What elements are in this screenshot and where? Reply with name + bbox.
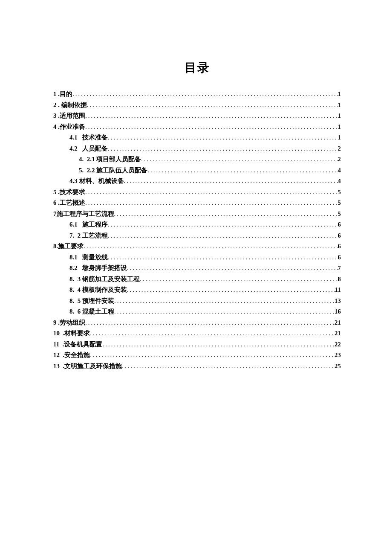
dot-leader: [90, 350, 334, 361]
entry-text: 目的: [60, 89, 72, 100]
entry-text: 3 钢筋加工及安装工程: [78, 274, 140, 285]
dot-leader: [122, 361, 334, 372]
entry-number: 7: [53, 209, 57, 220]
entry-separator: .: [59, 339, 64, 350]
entry-separator: [74, 230, 78, 241]
entry-text: 2.2 施工队伍人员配备: [87, 165, 148, 176]
toc-entry: 4 .作业准备1: [53, 122, 341, 133]
entry-number: 10: [53, 328, 60, 339]
entry-page: 6: [338, 241, 341, 252]
entry-text: 2.1 项目部人员配备: [87, 154, 141, 165]
entry-number: 4.3: [69, 176, 78, 187]
entry-separator: .: [60, 361, 64, 372]
entry-separator: .: [60, 328, 64, 339]
dot-leader: [85, 317, 334, 328]
toc-entry: 8.施工要求 6: [53, 241, 341, 252]
entry-text: 人员配备: [82, 143, 108, 154]
dot-leader: [85, 110, 338, 122]
entry-text: 安全措施: [64, 350, 90, 361]
entry-page: 11: [335, 285, 341, 296]
toc-entry: 7 施工程序与工艺流程 5: [53, 209, 341, 220]
dot-leader: [85, 198, 338, 209]
entry-page: 13: [334, 296, 341, 307]
entry-page: 21: [334, 317, 341, 328]
entry-text: 技术要求: [60, 187, 85, 198]
entry-page: 4: [338, 165, 341, 176]
entry-separator: [78, 132, 82, 143]
dot-leader: [85, 187, 338, 198]
entry-separator: [78, 252, 82, 263]
entry-separator: [78, 263, 82, 274]
dot-leader: [114, 296, 334, 307]
dot-leader: [114, 306, 334, 317]
toc-title: 目录: [53, 60, 341, 76]
entry-separator: [74, 306, 78, 317]
entry-page: 5: [338, 198, 341, 209]
toc-entry: 4.3 材料、机械设备 4: [53, 176, 341, 187]
toc-entry: 4.2 人员配备2: [53, 143, 341, 154]
entry-page: 21: [334, 328, 341, 339]
dot-leader: [102, 339, 334, 350]
toc-entry: 4.1 技术准备1: [53, 132, 341, 143]
toc-entry: 4. 2.1 项目部人员配备2: [53, 154, 341, 165]
entry-separator: .: [57, 100, 61, 111]
entry-page: 1: [338, 100, 341, 111]
entry-text: 适用范围: [60, 110, 85, 122]
entry-separator: .: [57, 89, 60, 100]
entry-separator: [74, 274, 78, 285]
dot-leader: [85, 122, 338, 133]
entry-number: 3: [53, 110, 57, 122]
entry-text: 劳动组织: [60, 317, 85, 328]
toc-entry: 3 .适用范围1: [53, 110, 341, 122]
toc-entry: 8. 5 预埋件安装 13: [53, 296, 341, 307]
dot-leader: [140, 274, 338, 285]
entry-page: 23: [334, 350, 341, 361]
entry-number: 1: [53, 89, 57, 100]
entry-text: 施工要求: [58, 241, 84, 252]
entry-text: 墩身脚手架搭设: [82, 263, 127, 274]
dot-leader: [90, 328, 334, 339]
entry-separator: .: [57, 122, 60, 133]
dot-leader: [147, 165, 337, 176]
entry-page: 6: [338, 252, 341, 263]
toc-entry: 8. 3 钢筋加工及安装工程8: [53, 274, 341, 285]
entry-page: 1: [338, 122, 341, 133]
entry-page: 8: [338, 274, 341, 285]
entry-text: 6 混凝土工程: [78, 306, 114, 317]
entry-page: 22: [334, 339, 341, 350]
entry-page: 2: [338, 154, 341, 165]
entry-page: 5: [338, 187, 341, 198]
entry-page: 1: [338, 110, 341, 122]
entry-text: 5 预埋件安装: [78, 296, 114, 307]
entry-number: 5.: [79, 165, 84, 176]
dot-leader: [108, 143, 338, 154]
toc-entry: 9 .劳动组织21: [53, 317, 341, 328]
dot-leader: [108, 230, 338, 241]
entry-text: 设备机具配置: [64, 339, 102, 350]
dot-leader: [127, 285, 335, 296]
dot-leader: [84, 241, 337, 252]
dot-leader: [108, 219, 338, 230]
entry-text: 工艺概述: [60, 198, 85, 209]
entry-number: 8.: [69, 296, 74, 307]
dot-leader: [127, 263, 338, 274]
entry-number: 6: [53, 198, 57, 209]
entry-text: 材料、机械设备: [79, 176, 124, 187]
entry-separator: .: [57, 198, 60, 209]
entry-number: 9: [53, 317, 57, 328]
entry-text: 材料要求: [64, 328, 90, 339]
entry-separator: [78, 143, 82, 154]
toc-entry: 8.1 测量放线6: [53, 252, 341, 263]
entry-number: 12: [53, 350, 60, 361]
toc-entry: 1 .目的1: [53, 89, 341, 100]
entry-number: 8.1: [69, 252, 78, 263]
toc-entry: 8.2 墩身脚手架搭设7: [53, 263, 341, 274]
entry-number: 7.: [69, 230, 74, 241]
entry-text: 测量放线: [82, 252, 108, 263]
entry-page: 2: [338, 143, 341, 154]
toc-entry: 2 . 编制依据1: [53, 100, 341, 111]
toc-entry: 5 .技术要求5: [53, 187, 341, 198]
entry-page: 16: [334, 306, 341, 317]
toc-entry: 7. 2 工艺流程6: [53, 230, 341, 241]
entry-page: 1: [338, 89, 341, 100]
